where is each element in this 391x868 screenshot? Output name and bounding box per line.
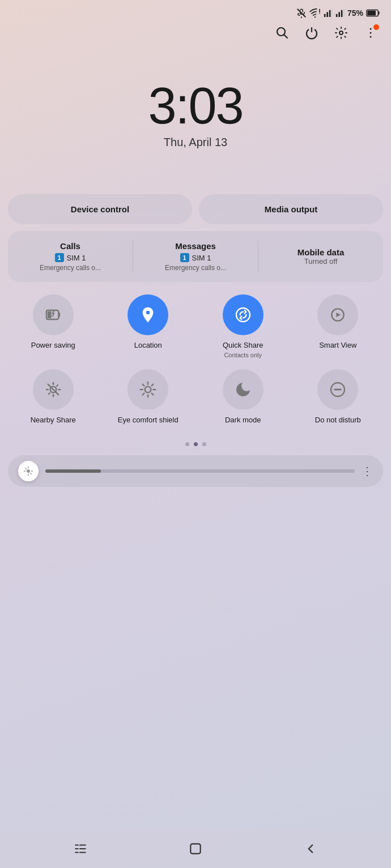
calls-cell[interactable]: Calls 1 SIM 1 Emergency calls o... (8, 241, 133, 272)
media-output-button[interactable]: Media output (199, 194, 383, 224)
home-button[interactable] (188, 841, 203, 856)
mobile-data-cell[interactable]: Mobile data Turned off (258, 241, 383, 272)
battery-low-icon (44, 306, 62, 324)
dnd-icon (329, 380, 347, 399)
tile-quick-share[interactable]: Quick ShareContacts only (198, 294, 288, 360)
power-saving-label: Power saving (31, 341, 75, 350)
svg-rect-52 (190, 844, 200, 853)
messages-title: Messages (175, 241, 216, 251)
location-pin-icon (139, 306, 157, 324)
location-icon-wrap (128, 294, 168, 335)
tile-location[interactable]: Location (103, 294, 194, 360)
brightness-fill (45, 469, 101, 473)
svg-point-18 (370, 32, 372, 34)
smart-view-icon-wrap (317, 294, 358, 335)
calls-title: Calls (60, 241, 80, 251)
svg-rect-5 (329, 10, 331, 17)
signal1-icon (324, 8, 333, 18)
calls-sim-badge: 1 (55, 253, 64, 262)
more-menu-icon[interactable] (364, 26, 377, 40)
mobile-data-title: Mobile data (298, 247, 345, 257)
svg-line-36 (143, 393, 144, 395)
svg-line-45 (31, 473, 32, 474)
svg-rect-3 (324, 14, 326, 17)
wifi-icon (309, 8, 321, 18)
recent-icon (73, 841, 88, 856)
sim-row: Calls 1 SIM 1 Emergency calls o... Messa… (8, 231, 383, 282)
back-icon (303, 841, 318, 856)
quick-share-label: Quick ShareContacts only (223, 341, 264, 360)
tiles-grid: Power saving Location Quic (8, 289, 383, 425)
tile-dark-mode[interactable]: Dark mode (198, 369, 288, 425)
svg-rect-6 (332, 8, 333, 17)
cast-icon (329, 306, 347, 324)
sun-icon (139, 380, 157, 399)
dark-mode-icon-wrap (223, 369, 264, 410)
brightness-bar[interactable]: ⋮ (8, 455, 383, 487)
clock-date: Thu, April 13 (164, 136, 227, 149)
brightness-more-icon[interactable]: ⋮ (362, 464, 373, 478)
brightness-thumb[interactable] (18, 461, 39, 481)
calls-sim-sub: Emergency calls o... (40, 264, 101, 272)
device-media-row: Device control Media output (8, 194, 383, 224)
calls-sim-label: SIM 1 (67, 254, 86, 262)
messages-cell[interactable]: Messages 1 SIM 1 Emergency calls o... (133, 241, 258, 272)
back-button[interactable] (303, 841, 318, 856)
svg-rect-22 (58, 313, 60, 317)
svg-rect-7 (336, 14, 338, 17)
svg-line-34 (152, 393, 154, 395)
nearby-icon (44, 380, 62, 399)
smart-view-label: Smart View (319, 341, 356, 350)
brightness-sun-icon (23, 466, 33, 476)
action-bar (0, 22, 391, 46)
svg-line-35 (152, 384, 154, 386)
bottom-nav (0, 829, 391, 868)
main-panel: Device control Media output Calls 1 SIM … (8, 194, 383, 451)
tile-eye-comfort[interactable]: Eye comfort shield (103, 369, 194, 425)
messages-sim-row: 1 SIM 1 (180, 253, 211, 262)
tile-smart-view[interactable]: Smart View (293, 294, 384, 360)
svg-rect-13 (378, 11, 379, 15)
brightness-track[interactable] (45, 469, 355, 473)
svg-point-23 (146, 311, 150, 315)
clock-area: 3:03 Thu, April 13 (0, 46, 391, 194)
svg-point-17 (370, 28, 372, 30)
search-icon[interactable] (275, 26, 289, 40)
svg-point-16 (339, 31, 343, 35)
nearby-share-label: Nearby Share (31, 416, 76, 425)
tile-do-not-disturb[interactable]: Do not disturb (293, 369, 384, 425)
svg-point-2 (319, 13, 320, 14)
svg-point-28 (145, 386, 151, 392)
messages-sim-badge: 1 (180, 253, 189, 262)
svg-rect-8 (338, 12, 340, 17)
dark-mode-label: Dark mode (225, 416, 261, 425)
mobile-data-sub: Turned off (304, 257, 338, 266)
svg-point-0 (314, 16, 316, 18)
svg-point-39 (27, 469, 30, 473)
svg-rect-9 (341, 10, 343, 17)
svg-rect-4 (326, 12, 328, 17)
settings-icon[interactable] (334, 26, 348, 40)
device-control-button[interactable]: Device control (8, 194, 192, 224)
svg-line-44 (26, 468, 27, 469)
tile-nearby-share[interactable]: Nearby Share (8, 369, 99, 425)
battery-icon (366, 8, 380, 18)
home-icon (188, 841, 203, 856)
status-icons: 75% (296, 8, 380, 18)
recent-apps-button[interactable] (73, 841, 88, 856)
eye-comfort-label: Eye comfort shield (118, 416, 178, 425)
dot-2 (194, 442, 198, 446)
calls-sim-row: 1 SIM 1 (55, 253, 86, 262)
dot-3 (202, 442, 206, 446)
eye-comfort-icon-wrap (128, 369, 168, 410)
power-icon[interactable] (305, 26, 318, 40)
tile-power-saving[interactable]: Power saving (8, 294, 99, 360)
svg-rect-10 (343, 8, 345, 17)
clock-time: 3:03 (148, 80, 243, 131)
pagination-dots (8, 432, 383, 451)
signal2-icon (335, 8, 345, 18)
svg-line-33 (143, 384, 144, 386)
messages-sim-label: SIM 1 (192, 254, 211, 262)
svg-line-15 (284, 35, 288, 39)
nearby-share-icon-wrap (33, 369, 74, 410)
